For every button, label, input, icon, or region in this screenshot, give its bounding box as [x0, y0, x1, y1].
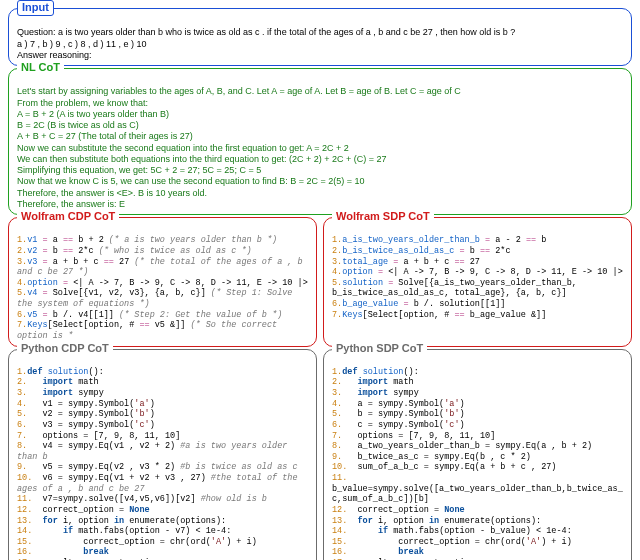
nl-line: Now we can substitute the second equatio… — [17, 143, 623, 154]
python-row: Python CDP CoT 1.def solution(): 2. impo… — [8, 349, 632, 561]
input-label: Input — [17, 0, 54, 16]
wolfram-row: Wolfram CDP CoT 1.v1 = a == b + 2 (* a i… — [8, 217, 632, 349]
python-cdp-panel: Python CDP CoT 1.def solution(): 2. impo… — [8, 349, 317, 561]
wolfram-sdp-label: Wolfram SDP CoT — [332, 210, 434, 224]
python-cdp-code: 1.def solution(): 2. import math 3. impo… — [17, 367, 308, 560]
nl-label: NL CoT — [17, 61, 64, 75]
nl-panel: NL CoT Let's start by assigning variable… — [8, 68, 632, 215]
nl-line: Therefore, the answer is <E>. B is 10 ye… — [17, 188, 623, 199]
python-sdp-label: Python SDP CoT — [332, 342, 427, 356]
wolfram-cdp-panel: Wolfram CDP CoT 1.v1 = a == b + 2 (* a i… — [8, 217, 317, 347]
nl-line: B = 2C (B is twice as old as C) — [17, 120, 623, 131]
nl-line: From the problem, we know that: — [17, 98, 623, 109]
input-panel: Input Question: a is two years older tha… — [8, 8, 632, 66]
python-sdp-panel: Python SDP CoT 1.def solution(): 2. impo… — [323, 349, 632, 561]
nl-line: Simplifying this equation, we get: 5C + … — [17, 165, 623, 176]
python-cdp-label: Python CDP CoT — [17, 342, 113, 356]
nl-line: A + B + C = 27 (The total of their ages … — [17, 131, 623, 142]
nl-line: Now that we know C is 5, we can use the … — [17, 176, 623, 187]
wolfram-sdp-panel: Wolfram SDP CoT 1.a_is_two_years_older_t… — [323, 217, 632, 347]
wolfram-cdp-code: 1.v1 = a == b + 2 (* a is two years olde… — [17, 235, 308, 341]
nl-line: Therefore, the answer is: E — [17, 199, 623, 210]
input-prompt: Answer reasoning: — [17, 50, 623, 61]
nl-line: Let's start by assigning variables to th… — [17, 86, 623, 97]
wolfram-sdp-code: 1.a_is_two_years_older_than_b = a - 2 ==… — [332, 235, 623, 320]
input-question: Question: a is two years older than b wh… — [17, 27, 623, 38]
wolfram-cdp-label: Wolfram CDP CoT — [17, 210, 119, 224]
input-options: a ) 7 , b ) 9 , c ) 8 , d ) 11 , e ) 10 — [17, 39, 623, 50]
nl-line: A = B + 2 (A is two years older than B) — [17, 109, 623, 120]
python-sdp-code: 1.def solution(): 2. import math 3. impo… — [332, 367, 623, 560]
nl-line: We can then substitute both equations in… — [17, 154, 623, 165]
